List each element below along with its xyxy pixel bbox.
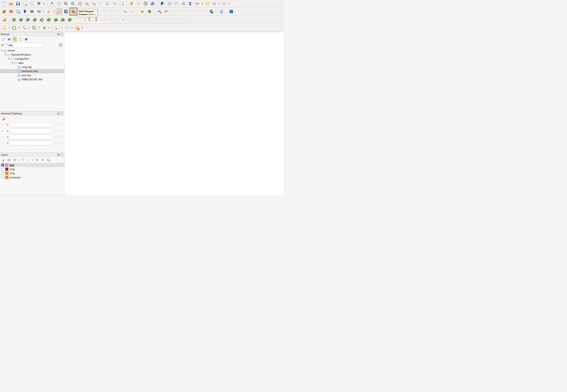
adv-input-x[interactable] [9,135,53,139]
layer-row[interactable]: nmg [0,171,64,175]
tree-row-file[interactable]: nmg.shp [0,65,64,69]
show-bookmarks-button[interactable] [135,0,142,7]
diagram-button[interactable] [146,8,153,15]
open-project-button[interactable] [8,0,14,7]
style-manager-dropdown[interactable]: ▼ [43,3,45,5]
tree-row-file[interactable]: test.shp [0,73,64,77]
no-action-button[interactable] [211,0,218,7]
tree-row-file[interactable]: provinces.shp [0,69,64,73]
python-console-button[interactable] [218,8,224,15]
new-geopackage-button[interactable] [8,8,14,15]
select-expr-button[interactable]: ε [64,25,71,31]
panel-undock-button[interactable]: ▣ [57,112,60,115]
statistics-button[interactable] [187,0,194,7]
tree-row-home[interactable]: ▼ Home [0,48,64,53]
select-freehand-button[interactable] [21,25,27,31]
offset-dropdown[interactable]: ▼ [83,19,86,21]
attribute-table-button[interactable] [166,0,173,7]
current-edits-button[interactable] [46,8,52,15]
layout-manager-button[interactable] [29,0,35,7]
layers-add-group-button[interactable] [7,157,12,162]
style-manager-button[interactable] [36,0,42,7]
enable-adv-digitizing-button[interactable] [1,16,7,23]
layers-remove-button[interactable] [46,157,51,162]
layers-expr-dropdown[interactable]: ▾ [32,159,34,161]
layers-expand-button[interactable] [35,157,39,162]
layer-row[interactable]: nmg [0,167,64,171]
new-memory-layer-button[interactable] [29,8,35,15]
map-tips-button[interactable] [204,0,211,7]
panel-close-button[interactable]: ✕ [60,112,63,115]
new-bookmark-button[interactable] [128,0,135,7]
refresh-button[interactable] [149,0,156,7]
browser-refresh-button[interactable] [7,37,12,42]
shape-poly-3[interactable] [25,16,31,23]
panel-undock-button[interactable]: ▣ [57,153,60,156]
layers-expr-button[interactable]: ε [26,157,31,162]
new-shapefile-button[interactable] [15,8,21,15]
shape-poly-9[interactable] [67,16,73,23]
tree-row-folder[interactable]: ▼ data [0,61,64,65]
layers-filter-button[interactable] [21,157,26,162]
layers-visibility-dropdown[interactable]: ▾ [18,159,20,161]
zoom-last-button[interactable] [104,0,111,7]
tree-expand-toggle[interactable]: ▼ [4,54,7,56]
panel-undock-button[interactable]: ▣ [57,33,60,36]
zoom-to-layer-button[interactable] [90,0,97,7]
panel-resize-handle[interactable]: · · · · · [0,146,64,149]
tree-expand-toggle[interactable]: ▼ [11,62,14,64]
layers-collapse-button[interactable] [40,157,45,162]
split-parts-button[interactable] [93,16,100,23]
new-map-view-button[interactable]: + [118,0,125,7]
browser-filter-button[interactable] [12,37,17,42]
pan-button[interactable] [49,0,55,7]
zoom-in-button[interactable] [63,0,69,7]
select-radius-button[interactable] [31,25,37,31]
metasearch-button[interactable] [208,8,214,15]
new-project-button[interactable] [1,0,7,7]
adv-input-d[interactable] [9,122,53,127]
layer-visibility-checkbox[interactable] [1,168,4,170]
identify-button[interactable]: i [159,0,166,7]
text-annotation-button[interactable]: T [221,0,228,7]
tree-row-folder[interactable]: ▼ PycharmProjects [0,53,64,57]
layer-row[interactable]: provinces [0,175,64,180]
browser-filter-input[interactable] [5,43,45,48]
help-button[interactable]: ? [228,8,235,15]
select-poly-button[interactable] [11,25,17,31]
zoom-out-button[interactable] [70,0,76,7]
new-print-layout-button[interactable]: + [22,0,28,7]
annotation-dropdown[interactable]: ▼ [228,3,231,5]
layers-list[interactable]: test nmg nmg provinces [0,163,64,180]
select-all-dropdown[interactable]: ▼ [61,27,64,29]
rotate-dropdown[interactable]: ▼ [121,19,124,21]
save-edits-button[interactable] [63,8,69,15]
browser-props-button[interactable]: i [24,37,29,42]
deselect-button[interactable] [74,25,80,31]
shape-poly-4[interactable] [32,16,38,23]
measure-button[interactable] [194,0,201,7]
select-poly-dropdown[interactable]: ▼ [18,27,21,29]
pan-to-selection-button[interactable] [56,0,62,7]
deselect-dropdown[interactable]: ▼ [80,27,84,29]
panel-close-button[interactable]: ✕ [60,153,63,156]
browser-add-button[interactable] [1,37,6,42]
split-features-button[interactable] [87,16,93,23]
data-source-manager-button[interactable] [1,8,7,15]
select-free-dropdown[interactable]: ▼ [28,27,31,29]
zoom-next-button[interactable] [111,0,118,7]
panel-close-button[interactable]: ✕ [60,33,63,36]
toolbox-button[interactable] [180,0,187,7]
select-rect-dropdown[interactable]: ▼ [8,27,11,29]
adv-enable-button[interactable] [1,116,6,121]
filter-clear-button[interactable]: ✕ [59,43,62,47]
select-all-button[interactable] [54,25,60,31]
shape-poly-1[interactable] [11,16,17,23]
shape-poly-2[interactable] [18,16,24,23]
layers-style-button[interactable] [1,157,6,162]
field-calc-button[interactable] [173,0,180,7]
toggle-editing-button[interactable] [56,8,62,15]
current-edits-dropdown[interactable]: ▼ [52,11,56,13]
layer-row[interactable]: test [0,163,64,167]
select-value-dropdown[interactable]: ▼ [48,27,51,29]
